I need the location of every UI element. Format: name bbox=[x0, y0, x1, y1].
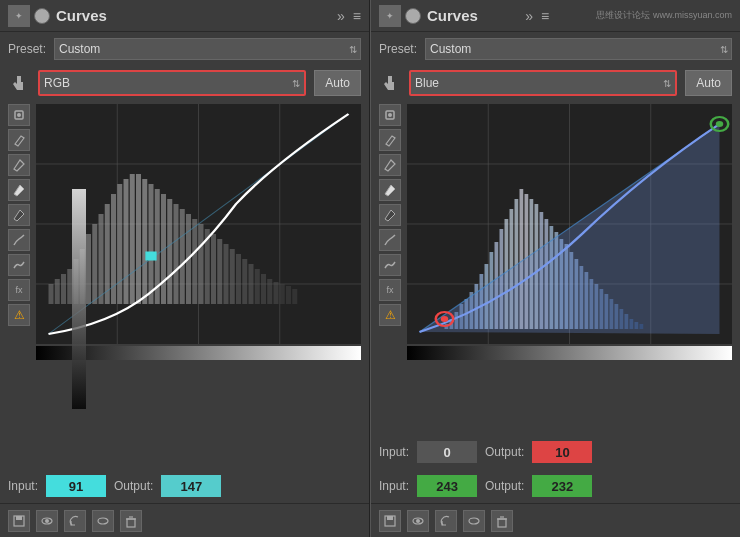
left-input-label: Input: bbox=[8, 479, 38, 493]
left-hand-tool[interactable] bbox=[8, 72, 30, 94]
svg-rect-49 bbox=[146, 252, 156, 260]
right-panel-icon1: ✦ bbox=[379, 5, 401, 27]
right-auto-button[interactable]: Auto bbox=[685, 70, 732, 96]
svg-point-54 bbox=[98, 518, 108, 524]
left-panel: ✦ Curves » ≡ Preset: Custom ⇅ RGB ⇅ Auto bbox=[0, 0, 370, 537]
svg-rect-38 bbox=[236, 254, 241, 304]
right-preset-label: Preset: bbox=[379, 42, 417, 56]
right-panel-header-icons: » ≡ bbox=[525, 8, 549, 24]
right-tool-point[interactable] bbox=[379, 104, 401, 126]
svg-rect-19 bbox=[117, 184, 122, 304]
svg-rect-44 bbox=[274, 282, 279, 304]
right-io-row2: Input: Output: bbox=[371, 469, 740, 503]
right-input-value1[interactable] bbox=[417, 441, 477, 463]
svg-rect-23 bbox=[142, 179, 147, 304]
right-channel-select[interactable]: Blue bbox=[411, 72, 675, 94]
right-tool-eyedrop1[interactable] bbox=[379, 154, 401, 176]
svg-rect-29 bbox=[180, 209, 185, 304]
left-tool-warn[interactable]: ⚠ bbox=[8, 304, 30, 326]
left-menu-icon[interactable]: ≡ bbox=[353, 8, 361, 24]
left-channel-row: RGB ⇅ Auto bbox=[0, 66, 369, 100]
right-warning-icon: ⚠ bbox=[385, 308, 396, 322]
right-tool-curve[interactable] bbox=[379, 229, 401, 251]
svg-rect-15 bbox=[92, 224, 97, 304]
left-bottom-toolbar bbox=[0, 503, 369, 537]
left-view-button[interactable] bbox=[92, 510, 114, 532]
right-preset-row: Preset: Custom ⇅ bbox=[371, 32, 740, 66]
right-tool-eyedrop3[interactable] bbox=[379, 204, 401, 226]
svg-rect-40 bbox=[249, 264, 254, 304]
left-preset-row: Preset: Custom ⇅ bbox=[0, 32, 369, 66]
right-tool-eyedrop2[interactable] bbox=[379, 179, 401, 201]
svg-rect-21 bbox=[130, 174, 135, 304]
svg-point-1 bbox=[17, 113, 21, 117]
right-curve-canvas bbox=[407, 104, 732, 344]
left-delete-button[interactable] bbox=[120, 510, 142, 532]
right-input-value2[interactable] bbox=[417, 475, 477, 497]
left-expand-icon[interactable]: » bbox=[337, 8, 345, 24]
svg-rect-9 bbox=[55, 279, 60, 304]
right-menu-icon[interactable]: ≡ bbox=[541, 8, 549, 24]
right-eye-button[interactable] bbox=[407, 510, 429, 532]
svg-rect-22 bbox=[136, 174, 141, 304]
right-input-label1: Input: bbox=[379, 445, 409, 459]
right-preset-select[interactable]: Custom bbox=[425, 38, 732, 60]
left-toolbar: fx ⚠ bbox=[8, 104, 32, 465]
right-save-button[interactable] bbox=[379, 510, 401, 532]
svg-rect-112 bbox=[387, 516, 393, 520]
left-auto-button[interactable]: Auto bbox=[314, 70, 361, 96]
right-hand-tool[interactable] bbox=[379, 72, 401, 94]
svg-rect-20 bbox=[124, 179, 129, 304]
right-output-value1[interactable] bbox=[532, 441, 592, 463]
left-tool-smooth[interactable] bbox=[8, 254, 30, 276]
left-panel-icon2 bbox=[34, 8, 50, 24]
svg-rect-10 bbox=[61, 274, 66, 304]
svg-point-59 bbox=[388, 113, 392, 117]
svg-point-53 bbox=[45, 519, 49, 523]
right-expand-icon[interactable]: » bbox=[525, 8, 533, 24]
right-panel-header: ✦ Curves » ≡ 思维设计论坛 www.missyuan.com bbox=[371, 0, 740, 32]
svg-rect-45 bbox=[280, 284, 285, 304]
left-save-button[interactable] bbox=[8, 510, 30, 532]
left-output-label: Output: bbox=[114, 479, 153, 493]
left-tool-eyedrop3[interactable] bbox=[8, 204, 30, 226]
right-view-button[interactable] bbox=[463, 510, 485, 532]
svg-point-114 bbox=[416, 519, 420, 523]
svg-rect-47 bbox=[292, 289, 297, 304]
left-undo-button[interactable] bbox=[64, 510, 86, 532]
left-tool-pencil[interactable] bbox=[8, 129, 30, 151]
right-tools-curve: fx ⚠ bbox=[371, 100, 740, 435]
svg-rect-43 bbox=[267, 279, 272, 304]
right-output-label2: Output: bbox=[485, 479, 524, 493]
right-output-value2[interactable] bbox=[532, 475, 592, 497]
left-panel-header: ✦ Curves » ≡ bbox=[0, 0, 369, 32]
right-tool-smooth[interactable] bbox=[379, 254, 401, 276]
left-tool-fx[interactable]: fx bbox=[8, 279, 30, 301]
left-channel-select[interactable]: RGB bbox=[40, 72, 304, 94]
left-panel-header-icons: » ≡ bbox=[337, 8, 361, 24]
left-gradient-bar-y bbox=[72, 189, 86, 409]
left-tool-eyedrop2[interactable] bbox=[8, 179, 30, 201]
svg-rect-35 bbox=[217, 239, 222, 304]
left-tools-curve: fx ⚠ bbox=[0, 100, 369, 469]
right-delete-button[interactable] bbox=[491, 510, 513, 532]
left-tool-point[interactable] bbox=[8, 104, 30, 126]
svg-rect-51 bbox=[16, 516, 22, 520]
left-output-value[interactable] bbox=[161, 475, 221, 497]
svg-rect-32 bbox=[199, 224, 204, 304]
left-eye-button[interactable] bbox=[36, 510, 58, 532]
right-undo-button[interactable] bbox=[435, 510, 457, 532]
left-preset-select-wrapper: Custom ⇅ bbox=[54, 38, 361, 60]
svg-rect-16 bbox=[99, 214, 104, 304]
left-preset-select[interactable]: Custom bbox=[54, 38, 361, 60]
left-tool-eyedrop1[interactable] bbox=[8, 154, 30, 176]
right-tool-pencil[interactable] bbox=[379, 129, 401, 151]
left-panel-title: Curves bbox=[56, 7, 107, 24]
right-tool-fx[interactable]: fx bbox=[379, 279, 401, 301]
right-output-label1: Output: bbox=[485, 445, 524, 459]
right-panel-title: Curves bbox=[427, 7, 478, 24]
right-input-label2: Input: bbox=[379, 479, 409, 493]
left-tool-curve[interactable] bbox=[8, 229, 30, 251]
right-tool-warn[interactable]: ⚠ bbox=[379, 304, 401, 326]
left-input-value[interactable] bbox=[46, 475, 106, 497]
